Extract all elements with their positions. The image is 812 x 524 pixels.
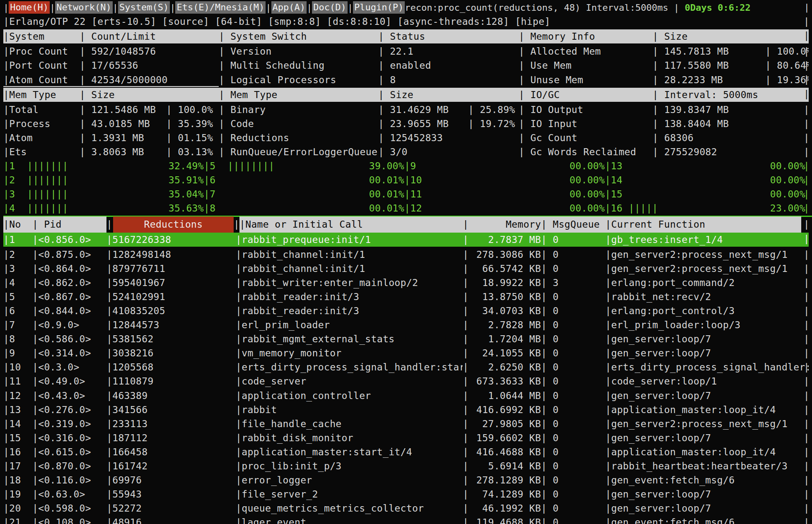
tab-system[interactable]: System(S) [118, 1, 170, 14]
usage-bars: ||||||| [27, 175, 68, 185]
column-gap [234, 216, 239, 232]
col-current-function: gb_trees:insert_1/4 [605, 233, 809, 247]
header-status: Status [378, 29, 519, 43]
col-reductions: 55943 [106, 487, 236, 501]
tab-ets-mnesia[interactable]: Ets(E)/Mnesia(M) [175, 1, 266, 14]
col-memory: 46.1992 KB [463, 501, 541, 515]
usage-percent: 00.01% [369, 189, 404, 200]
header-msgqueue: MsgQueue [541, 217, 605, 231]
process-row[interactable]: 18 <0.116.0> 69976 error_logger 278.1289… [3, 473, 809, 487]
process-row[interactable]: 16 <0.615.0> 166458 application_master:s… [3, 445, 809, 459]
mem-size: 121.5486 MB [80, 103, 166, 117]
header-name: Name or Initial Call [239, 217, 463, 231]
col-reductions: 161742 [106, 459, 236, 473]
col-pid: <0.314.0> [32, 346, 106, 360]
process-row[interactable]: 5 <0.867.0> 524102991 rabbit_reader:init… [3, 290, 809, 304]
process-row[interactable]: 21 <0.108.0> 48916 lager_event 119.4688 … [3, 515, 809, 524]
col-reductions: 5381562 [106, 332, 236, 346]
scheduler-id: 14 [611, 175, 628, 185]
col-msgqueue: 3 [541, 276, 605, 290]
scheduler-cell: 2|||||||35.91% [3, 173, 204, 187]
col-msgqueue: 0 [541, 431, 605, 445]
col-current-function: gen_server2:process_next_msg/1 [605, 417, 809, 431]
process-row[interactable]: 19 <0.63.0> 55943 file_server_2 74.1289 … [3, 487, 809, 501]
process-row[interactable]: 17 <0.870.0> 161742 proc_lib:init_p/3 5.… [3, 459, 809, 473]
col-no: 3 [3, 262, 32, 276]
sys-label: Port Count [3, 58, 80, 72]
col-msgqueue: 0 [541, 459, 605, 473]
col-current-function: code_server:loop/1 [605, 374, 809, 388]
tab-app[interactable]: App(A) [271, 1, 307, 14]
col-reductions: 52272 [106, 501, 236, 515]
col-pid: <0.63.0> [32, 487, 106, 501]
usage-bars: ||||| [628, 203, 658, 214]
memory-table-row: Atom 1.3931 MB 01.15% Reductions 1254528… [3, 131, 809, 145]
header-mem-size: Size [80, 88, 219, 102]
header-mem-size-2: Size [378, 88, 519, 102]
col-memory: 66.5742 KB [463, 262, 541, 276]
mem-size: 43.0185 MB [80, 117, 166, 131]
header-system: System [3, 29, 80, 43]
col-current-function: erlang:port_control/3 [605, 304, 809, 318]
col-name: rabbit_channel:init/1 [236, 262, 463, 276]
col-msgqueue: 0 [541, 374, 605, 388]
sys-count-limit: 42534/5000000 [80, 72, 219, 87]
process-row[interactable]: 4 <0.862.0> 595401967 rabbit_writer:ente… [3, 276, 809, 290]
process-row[interactable]: 6 <0.844.0> 410835205 rabbit_reader:init… [3, 304, 809, 318]
col-memory: 1.0644 MB [463, 389, 541, 403]
process-row[interactable]: 9 <0.314.0> 3038216 vm_memory_monitor 24… [3, 346, 809, 360]
process-row[interactable]: 14 <0.319.0> 233113 file_handle_cache 27… [3, 417, 809, 431]
col-reductions: 166458 [106, 445, 236, 459]
col-memory: 27.9805 KB [463, 417, 541, 431]
process-row[interactable]: 7 <0.9.0> 12844573 erl_prim_loader 2.782… [3, 318, 809, 332]
col-name: rabbit_mgmt_external_stats [236, 332, 463, 346]
col-pid: <0.856.0> [32, 233, 106, 247]
col-reductions: 595401967 [106, 276, 236, 290]
usage-percent: 00.00% [570, 161, 605, 171]
col-no: 21 [3, 515, 32, 524]
process-row[interactable]: 12 <0.43.0> 463389 application_controlle… [3, 389, 809, 403]
process-row[interactable]: 3 <0.864.0> 879776711 rabbit_channel:ini… [3, 262, 809, 276]
header-io-gc: IO/GC [519, 88, 652, 102]
col-pid: <0.316.0> [32, 431, 106, 445]
col-msgqueue: 0 [541, 318, 605, 332]
io-gc-label: IO Output [519, 103, 652, 117]
process-row[interactable]: 10 <0.3.0> 1205568 erts_dirty_process_si… [3, 360, 809, 374]
tab-home[interactable]: Home(H) [9, 1, 50, 14]
process-row[interactable]: 11 <0.49.0> 1110879 code_server 673.3633… [3, 374, 809, 388]
scheduler-id: 13 [611, 161, 628, 171]
process-row[interactable]: 15 <0.316.0> 187112 rabbit_disk_monitor … [3, 431, 809, 445]
col-reductions: 69976 [106, 473, 236, 487]
mem-pct: 01.15% [166, 131, 219, 145]
col-memory: 34.0703 KB [463, 304, 541, 318]
mem-type: Process [3, 117, 80, 131]
usage-percent: 39.00% [369, 161, 404, 171]
erlang-version-text: Erlang/OTP 22 [erts-10.5] [source] [64-b… [9, 16, 550, 27]
sys-switch: Version [219, 44, 378, 58]
process-row[interactable]: 20 <0.598.0> 52272 queue_metrics_metrics… [3, 501, 809, 515]
process-row[interactable]: 1 <0.856.0> 5167226338 rabbit_prequeue:i… [3, 232, 809, 248]
col-name: rabbit_channel:init/1 [236, 248, 463, 262]
scheduler-row: 4|||||||35.63% 800.01% 1200.00% 16|||||2… [3, 201, 809, 215]
col-no: 12 [3, 389, 32, 403]
col-name: vm_memory_monitor [236, 346, 463, 360]
tab-doc[interactable]: Doc(D) [312, 1, 347, 14]
col-current-function: erlang:port_command/2 [605, 276, 809, 290]
scheduler-cell: 1300.00% [605, 159, 805, 173]
sort-column-reductions[interactable]: Reductions [113, 216, 234, 232]
system-table-body: Proc Count 592/1048576 Version 22.1 Allo… [3, 44, 812, 87]
col-memory: 24.1055 KB [463, 346, 541, 360]
col-no: 10 [3, 360, 32, 374]
process-row[interactable]: 13 <0.276.0> 341566 rabbit 416.6992 KB 0… [3, 403, 809, 417]
sys-label: Atom Count [3, 72, 80, 87]
col-no: 20 [3, 501, 32, 515]
tab-network[interactable]: Network(N) [55, 1, 112, 14]
col-memory: 2.7828 MB [463, 318, 541, 332]
usage-bars: |||||||| [227, 161, 275, 171]
process-row[interactable]: 8 <0.586.0> 5381562 rabbit_mgmt_external… [3, 332, 809, 346]
col-name: file_server_2 [236, 487, 463, 501]
scheduler-cell: 1200.00% [404, 201, 605, 215]
process-row[interactable]: 2 <0.875.0> 1282498148 rabbit_channel:in… [3, 248, 809, 262]
tab-plugin[interactable]: Plugin(P) [353, 1, 405, 14]
col-msgqueue: 0 [541, 304, 605, 318]
